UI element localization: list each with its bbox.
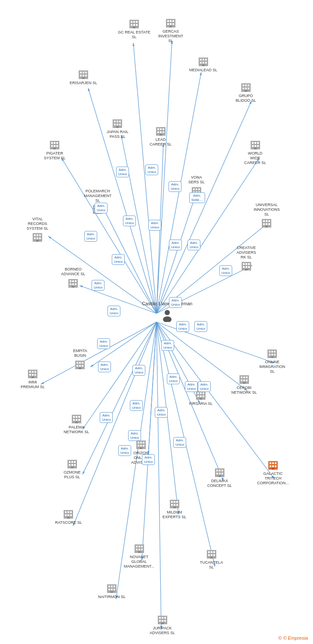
svg-rect-268	[108, 586, 110, 587]
svg-rect-129	[268, 223, 270, 225]
svg-rect-264	[211, 554, 212, 556]
node-novanet-global[interactable]: NOVANETGLOBALMANAGEMENT...	[124, 542, 154, 568]
svg-rect-244	[171, 501, 173, 503]
svg-rect-242	[67, 517, 70, 519]
svg-rect-261	[211, 551, 212, 553]
node-juripack-advisers[interactable]: JURIPACKADVISERS SL	[150, 613, 175, 635]
node-world-wide-career[interactable]: WORLDWIDECAREER SL	[244, 138, 266, 165]
svg-rect-201	[78, 419, 80, 421]
node-palema-network[interactable]: PALEMANETWORK SL	[64, 412, 89, 434]
svg-rect-205	[140, 442, 142, 444]
svg-rect-89	[163, 131, 164, 133]
node-vital-records[interactable]: VITALRECORDSSYSTEM SL	[27, 217, 49, 243]
svg-rect-233	[275, 465, 276, 467]
svg-rect-154	[72, 286, 74, 288]
node-label: DELIMAXCONCEPT SL	[207, 479, 232, 488]
svg-rect-94	[56, 142, 58, 144]
node-borneo-advance[interactable]: BORNEOADVANCE SL	[61, 267, 85, 289]
svg-rect-42	[133, 27, 135, 28]
node-delimax-concept[interactable]: DELIMAXCONCEPT SL	[207, 466, 232, 488]
badge-adm-unico-24: Adm.Unico	[198, 381, 211, 392]
node-lead-career[interactable]: LEADCAREER SL	[150, 125, 172, 147]
building-icon	[62, 507, 74, 519]
svg-rect-262	[213, 551, 215, 553]
node-online-immigration[interactable]: ONLINEIMMIGRATIONSL	[259, 347, 285, 374]
node-label: JURIPACKADVISERS SL	[150, 626, 175, 635]
node-ozmone-plus[interactable]: OZMONEPLUS SL	[64, 457, 81, 480]
svg-rect-127	[263, 223, 265, 225]
svg-rect-134	[39, 234, 41, 236]
node-ratscore[interactable]: RATSCORE SL	[55, 507, 82, 525]
node-creative-advisers[interactable]: CREATIVEADVISERSRK SL	[236, 246, 256, 272]
node-galactic-tritech[interactable]: GALACTICTRITECHCORPORATION...	[257, 459, 289, 485]
node-immi-premium[interactable]: IMMIPREMIUM SL	[21, 367, 45, 389]
svg-rect-164	[29, 371, 31, 373]
svg-rect-124	[263, 220, 265, 222]
badge-adm-unico-30: Adm.Unico	[142, 454, 155, 465]
svg-rect-41	[136, 24, 138, 26]
svg-rect-230	[275, 462, 276, 464]
node-cerobi-network[interactable]: CEROBINETWORK SL	[231, 373, 257, 395]
svg-rect-137	[39, 237, 41, 239]
badge-adm-unico-29: Adm.Unico	[118, 445, 131, 456]
node-naitirmon[interactable]: NAITIRMON SL	[98, 582, 126, 599]
node-japan-rail[interactable]: JAPAN RAILPASS SL	[107, 117, 129, 139]
svg-rect-208	[140, 445, 142, 447]
svg-rect-239	[65, 514, 67, 516]
svg-rect-166	[34, 371, 36, 373]
svg-rect-130	[265, 226, 268, 228]
svg-rect-192	[79, 365, 81, 367]
node-label: RATSCORE SL	[55, 520, 82, 525]
badge-adm-unico-7: Adm.Unico	[148, 220, 161, 231]
node-medialead[interactable]: MEDIALEAD SL	[189, 55, 218, 73]
svg-rect-140	[243, 263, 245, 265]
svg-rect-78	[119, 121, 121, 122]
node-universal-innovations[interactable]: UNIVERSALINNOVATIONSSL	[254, 203, 280, 229]
badge-adm-unico-27: Adm.Unico	[100, 412, 113, 423]
network-graph: Castillo Llamas German GC REAL ESTATE SL…	[0, 0, 313, 644]
node-pigater[interactable]: PIGATERSYSTEM SL	[44, 138, 66, 161]
node-grupo-blidoo[interactable]: GRUPOBLIDOO SL	[236, 81, 256, 103]
svg-rect-202	[75, 422, 78, 423]
svg-rect-106	[254, 148, 257, 149]
svg-line-32	[156, 322, 161, 629]
svg-rect-245	[174, 501, 175, 503]
node-erisarjen[interactable]: ERISARJEN SL	[70, 68, 97, 85]
node-gercas-investment[interactable]: GERCASINVESTMENTSL	[158, 16, 183, 43]
svg-rect-47	[167, 23, 169, 25]
node-label: NAITIRMON SL	[98, 595, 126, 599]
svg-rect-40	[133, 24, 135, 26]
svg-rect-46	[172, 20, 174, 22]
svg-rect-224	[219, 473, 221, 474]
svg-rect-246	[176, 501, 178, 503]
svg-rect-183	[197, 395, 199, 397]
node-empita-busing[interactable]: EMPITABUSIN	[73, 349, 87, 371]
svg-rect-257	[141, 549, 143, 550]
svg-rect-72	[245, 88, 247, 89]
svg-rect-65	[85, 75, 87, 76]
node-label: OZMONEPLUS SL	[64, 470, 81, 480]
svg-rect-84	[157, 128, 159, 130]
brand-name: © Empresia	[283, 635, 308, 641]
svg-rect-88	[160, 131, 162, 133]
svg-rect-73	[248, 88, 249, 89]
node-mildum-experts[interactable]: MILDUMEXPERTS SL	[163, 497, 186, 519]
building-icon	[156, 613, 169, 625]
svg-rect-138	[36, 240, 39, 242]
svg-rect-96	[54, 145, 55, 147]
badge-adm-unico-2: Adm.Unico	[145, 164, 158, 175]
node-label: ERISARJEN SL	[70, 81, 97, 85]
node-tucantela[interactable]: TUCANTELASL	[200, 547, 223, 570]
building-icon	[240, 81, 252, 93]
building-icon	[66, 457, 78, 469]
center-node[interactable]: Castillo Llamas German	[142, 301, 192, 322]
svg-rect-193	[82, 365, 83, 367]
svg-point-34	[163, 316, 172, 322]
badge-adm-unico-17: Adm.Unico	[194, 321, 207, 332]
svg-rect-249	[176, 504, 178, 506]
svg-rect-258	[138, 551, 141, 553]
node-gc-real-estate[interactable]: GC REAL ESTATE SL	[117, 17, 151, 39]
badge-adm-unico-9: Adm.Unico	[169, 240, 182, 250]
svg-rect-160	[271, 354, 273, 355]
svg-rect-277	[162, 617, 163, 619]
